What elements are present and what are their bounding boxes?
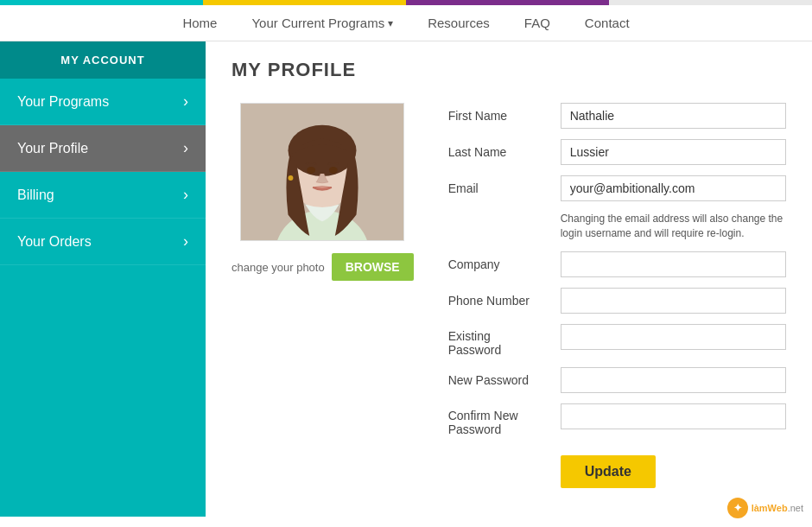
sidebar-header: MY ACCOUNT (0, 41, 206, 79)
phone-input[interactable] (561, 288, 786, 314)
nav-home[interactable]: Home (182, 16, 217, 30)
company-label: Company (448, 257, 561, 271)
new-password-input[interactable] (561, 367, 786, 393)
email-label: Email (448, 181, 561, 195)
main-content: MY PROFILE (206, 41, 812, 517)
watermark: ✦ làmWeb.net (727, 498, 803, 518)
sidebar-item-your-programs[interactable]: Your Programs › (0, 79, 206, 125)
confirm-password-input[interactable] (561, 403, 786, 429)
svg-point-6 (329, 167, 338, 174)
photo-area: change your photo BROWSE (232, 103, 414, 488)
confirm-pw-row: Confirm New Password (448, 403, 786, 436)
main-nav: Home Your Current Programs ▾ Resources F… (0, 5, 812, 41)
confirm-pw-label: Confirm New Password (448, 403, 561, 436)
update-button[interactable]: Update (561, 455, 656, 488)
profile-photo (240, 103, 404, 241)
nav-contact[interactable]: Contact (585, 16, 630, 30)
svg-point-7 (289, 175, 294, 181)
profile-photo-svg (241, 104, 403, 240)
sidebar-item-billing[interactable]: Billing › (0, 172, 206, 219)
nav-faq[interactable]: FAQ (524, 16, 550, 30)
profile-form: First Name Last Name Email Changing the … (448, 103, 786, 488)
new-pw-label: New Password (448, 373, 561, 387)
existing-pw-label: Existing Password (448, 324, 561, 357)
chevron-right-icon: › (183, 139, 188, 157)
chevron-right-icon: › (183, 92, 188, 111)
email-input[interactable] (561, 175, 786, 201)
last-name-row: Last Name (448, 139, 786, 165)
existing-pw-row: Existing Password (448, 324, 786, 357)
nav-resources[interactable]: Resources (428, 16, 490, 30)
first-name-row: First Name (448, 103, 786, 129)
first-name-input[interactable] (561, 103, 786, 129)
page-title: MY PROFILE (232, 59, 786, 81)
sidebar-item-your-profile[interactable]: Your Profile › (0, 125, 206, 172)
svg-point-5 (308, 167, 316, 174)
chevron-right-icon: › (183, 232, 188, 251)
change-photo-label: change your photo (232, 261, 325, 274)
browse-button[interactable]: BROWSE (332, 253, 414, 281)
company-input[interactable] (561, 251, 786, 277)
sidebar: MY ACCOUNT Your Programs › Your Profile … (0, 41, 206, 517)
phone-row: Phone Number (448, 288, 786, 314)
email-hint: Changing the email address will also cha… (561, 212, 786, 241)
page-layout: MY ACCOUNT Your Programs › Your Profile … (0, 41, 812, 517)
phone-label: Phone Number (448, 294, 561, 308)
change-photo-area: change your photo BROWSE (232, 253, 414, 281)
dropdown-arrow-icon: ▾ (388, 17, 393, 29)
new-pw-row: New Password (448, 367, 786, 393)
nav-programs[interactable]: Your Current Programs ▾ (251, 16, 393, 30)
last-name-input[interactable] (561, 139, 786, 165)
profile-section: change your photo BROWSE First Name Last… (232, 103, 786, 488)
existing-password-input[interactable] (561, 324, 786, 350)
company-row: Company (448, 251, 786, 277)
chevron-right-icon: › (183, 186, 188, 204)
watermark-icon: ✦ (727, 498, 748, 518)
last-name-label: Last Name (448, 145, 561, 159)
email-row: Email (448, 175, 786, 201)
sidebar-item-your-orders[interactable]: Your Orders › (0, 219, 206, 265)
first-name-label: First Name (448, 109, 561, 123)
